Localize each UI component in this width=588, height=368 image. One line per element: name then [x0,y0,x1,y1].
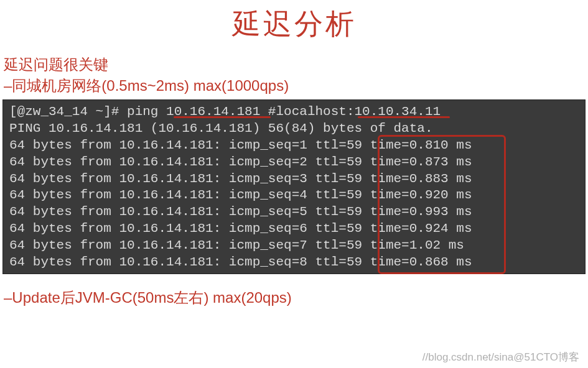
note-jvm-gc: –Update后JVM-GC(50ms左右) max(20qps) [4,288,588,308]
terminal-output: [@zw_34_14 ~]# ping 10.16.14.181 #localh… [2,99,586,274]
terminal-command-line: [@zw_34_14 ~]# ping 10.16.14.181 #localh… [9,104,580,121]
page-title: 延迟分析 [0,5,588,44]
highlight-time-box [378,135,506,274]
watermark: //blog.csdn.net/sina@51CTO博客 [422,350,579,364]
underline-localhost-ip [358,116,450,118]
underline-target-ip [174,116,271,118]
subtitle-key: 延迟问题很关键 [4,55,588,75]
subtitle-network: –同城机房网络(0.5ms~2ms) max(1000qps) [4,76,588,96]
